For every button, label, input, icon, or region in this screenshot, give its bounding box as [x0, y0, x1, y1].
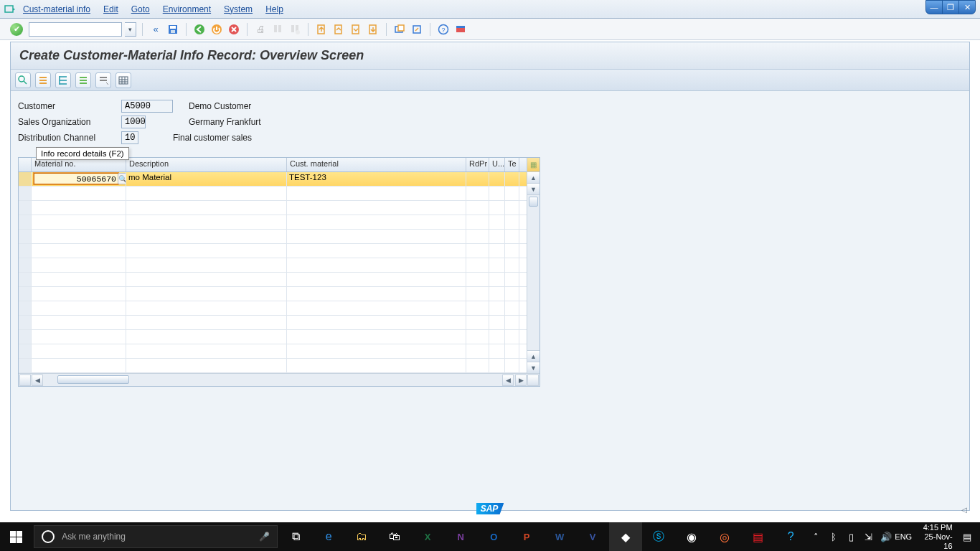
table-row[interactable]: 🔍 mo Material TEST-123 [19, 172, 540, 187]
table-row[interactable] [19, 344, 540, 359]
help-icon[interactable]: ? [436, 22, 451, 37]
info-record-details-button[interactable] [15, 72, 31, 88]
description-cell[interactable]: mo Material [126, 172, 287, 186]
row-selector[interactable] [19, 316, 32, 329]
col-rdpr[interactable]: RdPr [466, 158, 489, 171]
rdpr-cell[interactable] [466, 172, 489, 186]
cancel-icon[interactable] [227, 22, 241, 37]
row-selector[interactable] [19, 230, 32, 243]
material-input[interactable] [34, 173, 118, 184]
scroll-thumb[interactable] [529, 197, 538, 207]
row-selector[interactable] [19, 201, 32, 215]
outlook-icon[interactable]: O [477, 522, 510, 551]
command-field-dropdown[interactable]: ▾ [125, 22, 136, 37]
row-selector[interactable] [19, 258, 32, 272]
row-selector[interactable] [19, 215, 32, 229]
status-bar-toggle-icon[interactable]: ◁ [961, 506, 967, 514]
table-row[interactable] [19, 244, 540, 258]
row-selector[interactable] [19, 301, 32, 315]
save-icon[interactable] [166, 22, 180, 37]
customer-value[interactable]: A5000 [121, 100, 173, 113]
dist-channel-value[interactable]: 10 [121, 131, 138, 144]
scroll-line-up-icon[interactable]: ▼ [527, 184, 540, 195]
new-entries-button[interactable] [75, 72, 91, 88]
last-page-icon[interactable] [366, 22, 380, 37]
scroll-down-icon[interactable]: ▼ [527, 362, 540, 373]
new-session-icon[interactable] [392, 22, 407, 37]
edge-icon[interactable]: e [312, 522, 345, 551]
cortana-search[interactable]: Ask me anything 🎤 [34, 525, 278, 548]
deselect-all-button[interactable] [55, 72, 71, 88]
menu-goto[interactable]: Goto [131, 4, 150, 14]
table-row[interactable] [19, 187, 540, 201]
task-view-icon[interactable]: ⧉ [279, 522, 312, 551]
hscroll-left-icon[interactable]: ◀ [32, 375, 43, 386]
hscroll-last-icon[interactable] [527, 375, 539, 386]
firefox-icon[interactable]: ◎ [708, 522, 741, 551]
find-next-icon[interactable] [288, 22, 302, 37]
prev-page-icon[interactable] [331, 22, 346, 37]
row-selector[interactable] [19, 273, 32, 286]
cust-material-cell[interactable]: TEST-123 [287, 172, 466, 186]
grid-select-all-corner[interactable] [19, 158, 32, 171]
menu-environment[interactable]: Environment [163, 4, 211, 14]
command-field-icon[interactable] [4, 4, 16, 15]
file-explorer-icon[interactable]: 🗂 [345, 522, 378, 551]
table-row[interactable] [19, 330, 540, 344]
help-app-icon[interactable]: ? [774, 522, 807, 551]
back-chevrons-icon[interactable]: « [149, 22, 163, 37]
layout-icon[interactable] [453, 22, 468, 37]
grid-config-button[interactable]: ▦ [527, 158, 540, 172]
menu-cust-material-info[interactable]: Cust-material info [23, 4, 90, 14]
col-u[interactable]: U... [489, 158, 505, 171]
table-row[interactable] [19, 230, 540, 244]
row-selector[interactable] [19, 244, 32, 258]
back-icon[interactable] [192, 22, 207, 37]
grid-vertical-scrollbar[interactable]: ▲ ▼ ▲ ▼ [527, 172, 540, 373]
first-page-icon[interactable] [314, 22, 329, 37]
find-icon[interactable] [270, 22, 285, 37]
menu-help[interactable]: Help [265, 4, 283, 14]
store-icon[interactable]: 🛍 [378, 522, 411, 551]
search-help-icon[interactable]: 🔍 [118, 173, 126, 184]
next-page-icon[interactable] [349, 22, 363, 37]
tray-overflow-icon[interactable]: ˄ [807, 522, 824, 551]
col-description[interactable]: Description [126, 158, 287, 171]
grid-horizontal-scrollbar[interactable]: ◀ ◀ ▶ [19, 373, 540, 386]
u-cell[interactable] [489, 172, 505, 186]
te-cell[interactable] [505, 172, 519, 186]
table-row[interactable] [19, 301, 540, 316]
excel-icon[interactable]: X [411, 522, 444, 551]
table-row[interactable] [19, 287, 540, 301]
minimize-icon[interactable]: — [925, 0, 943, 14]
word-icon[interactable]: W [543, 522, 576, 551]
exit-icon[interactable] [209, 22, 224, 37]
print-icon[interactable]: 🖨 [253, 22, 268, 37]
row-selector[interactable] [19, 359, 32, 372]
row-selector[interactable] [19, 330, 32, 344]
scroll-line-down-icon[interactable]: ▲ [527, 350, 540, 362]
menu-system[interactable]: System [224, 4, 253, 14]
hscroll-thumb[interactable] [57, 375, 129, 384]
create-shortcut-icon[interactable] [410, 22, 424, 37]
table-row[interactable] [19, 201, 540, 215]
delete-button[interactable] [95, 72, 111, 88]
table-settings-button[interactable] [116, 72, 131, 88]
row-selector[interactable] [19, 287, 32, 301]
action-center-icon[interactable]: ▤ [958, 522, 976, 551]
scroll-up-icon[interactable]: ▲ [527, 172, 540, 184]
hscroll-right-icon[interactable]: ▶ [515, 375, 527, 386]
sales-org-value[interactable]: 1000 [121, 116, 146, 128]
taskbar-clock[interactable]: 4:15 PM 25-Nov-16 [912, 523, 958, 551]
hscroll-first-icon[interactable] [19, 375, 31, 386]
acrobat-icon[interactable]: ▤ [741, 522, 774, 551]
table-row[interactable] [19, 273, 540, 287]
mic-icon[interactable]: 🎤 [259, 532, 270, 542]
table-row[interactable] [19, 359, 540, 373]
row-selector[interactable] [19, 344, 32, 358]
enter-button[interactable]: ✔ [10, 23, 23, 36]
start-button[interactable] [0, 522, 32, 551]
battery-icon[interactable]: ▯ [842, 522, 859, 551]
col-te[interactable]: Te [505, 158, 519, 171]
chrome-icon[interactable]: ◉ [675, 522, 708, 551]
